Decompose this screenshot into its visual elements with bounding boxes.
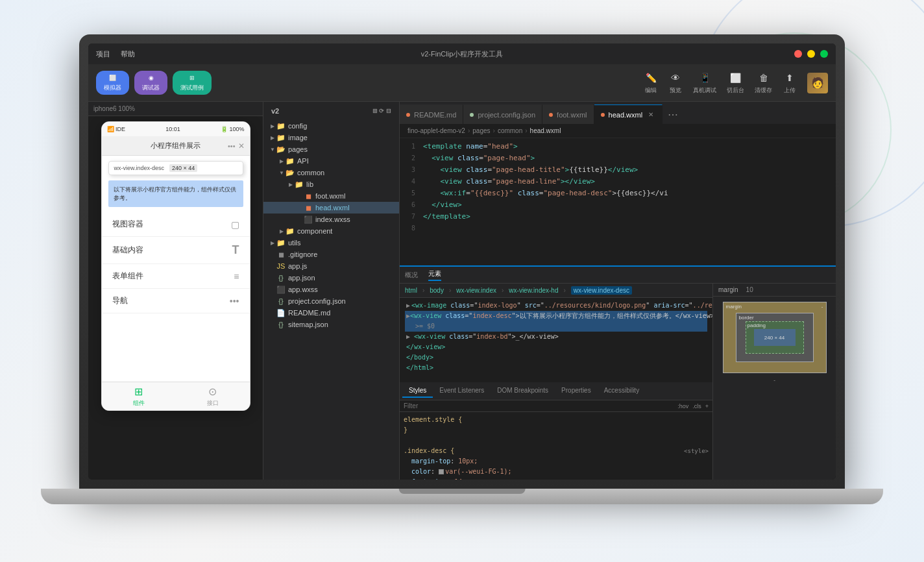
mode-btn-simulate[interactable]: ⬜ 模拟器 (96, 71, 129, 95)
breadcrumb-file[interactable]: head.wxml (530, 127, 561, 134)
tree-item-component[interactable]: ▶ 📁 component (263, 225, 399, 237)
tree-item-pages[interactable]: ▼ 📂 pages (263, 143, 399, 155)
tree-item-head-wxml[interactable]: ▶ ◼ head.wxml (263, 202, 399, 214)
titlebar-left: 项目 帮助 (96, 49, 135, 59)
nav-menu-icon[interactable]: ••• (228, 142, 236, 150)
tree-item-config[interactable]: ▶ 📁 config (263, 120, 399, 132)
phone-tab-api[interactable]: ⊙ 接口 (176, 383, 250, 410)
mode-btn-debug[interactable]: ◉ 调试器 (134, 71, 167, 95)
tab-head-wxml[interactable]: head.wxml ✕ (594, 104, 663, 124)
tree-item-lib[interactable]: ▶ 📁 lib (263, 178, 399, 190)
styles-tab-properties[interactable]: Properties (555, 384, 598, 398)
tree-item-foot-wxml[interactable]: ▶ ◼ foot.wxml (263, 190, 399, 202)
arrow-wx-image[interactable]: ▶ (406, 300, 410, 311)
code-line-5: 5 <wx:if="{{desc}}" class="page-head-des… (400, 188, 836, 199)
sep-4: › (563, 287, 565, 294)
breadcrumb-common[interactable]: common (498, 127, 522, 134)
avatar-image: 🧑 (807, 73, 828, 93)
filter-cls-badge[interactable]: .cls (692, 403, 701, 409)
breadcrumb-pages[interactable]: pages (472, 127, 490, 134)
filter-add-badge[interactable]: + (705, 403, 709, 409)
filter-hov-badge[interactable]: :hov (677, 403, 688, 409)
styles-tab-events[interactable]: Event Listeners (433, 384, 491, 398)
arrow-lib: ▶ (287, 180, 295, 188)
element-tag-html[interactable]: html (405, 287, 417, 294)
tree-item-app-js[interactable]: ▶ JS app.js (263, 260, 399, 272)
phone-list-item-3[interactable]: 导航 ••• (102, 289, 250, 313)
tab-dot-foot-wxml (549, 113, 553, 117)
toolbar-action-device[interactable]: 📱 真机调试 (693, 71, 716, 95)
box-model-value: 10 (746, 286, 753, 293)
window-max-button[interactable] (820, 50, 828, 58)
phone-list-item-2[interactable]: 表单组件 ≡ (102, 264, 250, 289)
tab-close-head-wxml[interactable]: ✕ (646, 110, 655, 119)
tree-item-api[interactable]: ▶ 📁 API (263, 155, 399, 167)
arrow-bd[interactable]: ▶ (406, 332, 414, 342)
phone-tab-component[interactable]: ⊞ 组件 (102, 383, 176, 410)
code-content-4: <view class="page-head-line"></view> (423, 176, 831, 188)
tab-project-config[interactable]: project.config.json (463, 104, 542, 124)
toolbar-action-cut[interactable]: ⬜ 切后台 (727, 71, 744, 95)
window-min-button[interactable] (807, 50, 815, 58)
nav-close-icon[interactable]: ✕ (238, 141, 245, 151)
file-tree: ▶ 📁 config ▶ 📁 image ▼ (263, 120, 399, 480)
cut-label: 切后台 (727, 86, 744, 95)
element-tag-wx-view-hd[interactable]: wx-view.index-hd (509, 287, 558, 294)
label-project-config: project.config.json (288, 297, 346, 305)
padding-label: padding (748, 323, 766, 328)
breadcrumb-root[interactable]: fino-applet-demo-v2 (407, 127, 465, 134)
phone-list-item-0[interactable]: 视图容器 ▢ (102, 212, 250, 237)
tree-item-app-wxss[interactable]: ▶ ⬛ app.wxss (263, 284, 399, 295)
styles-tab-dom[interactable]: DOM Breakpoints (491, 384, 555, 398)
devtools-tab-overview[interactable]: 概况 (405, 271, 418, 280)
rule-source-index-desc[interactable]: <style> (684, 446, 709, 456)
code-editor[interactable]: 1 <template name="head"> 2 <view class="… (400, 138, 836, 265)
tabs-more-button[interactable]: ⋯ (663, 104, 683, 124)
element-tag-wx-view-desc[interactable]: wx-view.index-desc (571, 286, 632, 295)
folder-icon-common: 📂 (286, 168, 295, 177)
toolbar-action-preview[interactable]: 👁 预览 (668, 71, 683, 95)
tab-dot-head-wxml (601, 113, 605, 117)
menu-item-project[interactable]: 项目 (96, 49, 110, 59)
tree-item-gitignore[interactable]: ▶ ◼ .gitignore (263, 249, 399, 260)
code-line-7: 7 </template> (400, 211, 836, 223)
tree-item-readme[interactable]: ▶ 📄 README.md (263, 307, 399, 319)
laptop-wrapper: 项目 帮助 v2-FinClip小程序开发工具 ⬜ 模拟器 (79, 34, 845, 528)
element-tag-body[interactable]: body (430, 287, 444, 294)
tree-item-project-config[interactable]: ▶ {} project.config.json (263, 295, 399, 307)
menu-item-help[interactable]: 帮助 (121, 49, 135, 59)
tree-item-app-json[interactable]: ▶ {} app.json (263, 272, 399, 284)
tree-item-image[interactable]: ▶ 📁 image (263, 132, 399, 143)
file-explorer-actions[interactable]: ⊞ ⟳ ⊟ (372, 108, 391, 114)
label-utils: utils (288, 239, 301, 247)
tree-item-utils[interactable]: ▶ 📁 utils (263, 237, 399, 249)
phone-time: 10:01 (165, 126, 180, 132)
label-foot-wxml: foot.wxml (315, 192, 345, 200)
styles-tab-styles[interactable]: Styles (402, 384, 433, 398)
tree-item-sitemap[interactable]: ▶ {} sitemap.json (263, 319, 399, 330)
prop-val-color: var(--weui-FG-1); (445, 468, 511, 475)
user-avatar[interactable]: 🧑 (807, 73, 828, 93)
line-num-7: 7 (405, 211, 423, 223)
toolbar-action-upload[interactable]: ⬆ 上传 (783, 71, 797, 95)
mode-btn-test[interactable]: ⊞ 测试用例 (173, 71, 212, 95)
styles-tab-accessibility[interactable]: Accessibility (598, 384, 646, 398)
window-controls (794, 50, 828, 58)
code-line-3: 3 <view class="page-head-title">{{title}… (400, 164, 836, 176)
code-content-7: </template> (423, 211, 831, 223)
tree-item-index-wxss[interactable]: ▶ ⬛ index.wxss (263, 214, 399, 225)
phone-list-item-1[interactable]: 基础内容 T (102, 237, 250, 264)
element-tag-wx-view-index[interactable]: wx-view.index (456, 287, 496, 294)
toolbar-action-cache[interactable]: 🗑 清缓存 (755, 71, 772, 95)
tab-foot-wxml[interactable]: foot.wxml (542, 104, 594, 124)
icon-app-js: JS (276, 262, 286, 271)
window-close-button[interactable] (794, 50, 802, 58)
tab-label-project-config: project.config.json (478, 111, 535, 119)
tree-item-common[interactable]: ▼ 📂 common (263, 167, 399, 178)
toolbar-action-edit[interactable]: ✏️ 编辑 (644, 71, 658, 95)
tab-readme[interactable]: README.md (400, 104, 463, 124)
styles-filter-input[interactable] (404, 402, 674, 409)
devtools-html-tree[interactable]: ▶ <wx-image class="index-logo" src="../r… (400, 298, 712, 382)
tooltip-element-name: wx-view.index-desc (114, 165, 165, 171)
devtools-tab-elements[interactable]: 元素 (428, 269, 441, 281)
